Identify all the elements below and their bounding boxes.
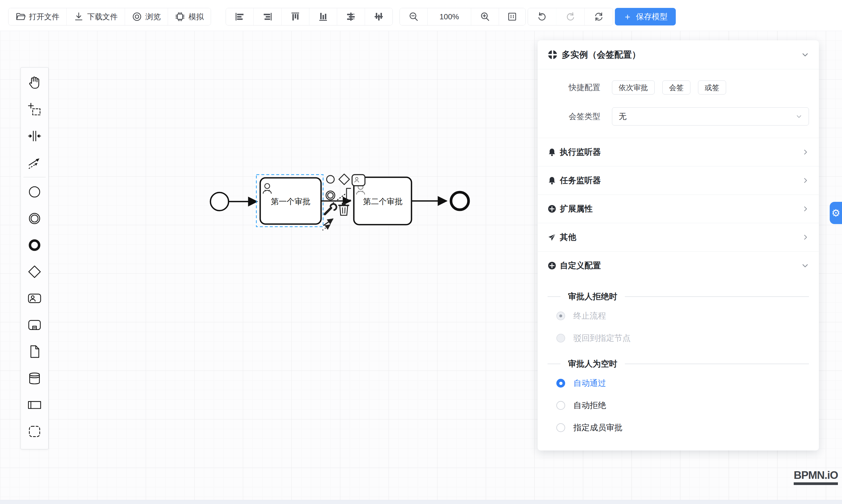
zoom-in-icon [480, 12, 490, 22]
align-right-button[interactable] [253, 8, 281, 25]
preview-label: 浏览 [145, 12, 161, 22]
panel-sections: 执行监听器 任务监听器 扩展属性 其他 自定义配置 [548, 138, 809, 280]
download-file-label: 下载文件 [87, 12, 118, 22]
radio-terminate-process[interactable]: 终止流程 [548, 305, 809, 327]
radio-label: 驳回到指定节点 [573, 332, 631, 344]
palette-separator [23, 177, 46, 177]
participant-icon [27, 397, 42, 412]
distribute-vertical-button[interactable] [365, 8, 392, 25]
undo-button[interactable] [528, 8, 556, 25]
radio-label: 自动通过 [573, 378, 606, 389]
radio-assign-member[interactable]: 指定成员审批 [548, 416, 809, 439]
create-participant[interactable] [22, 391, 47, 418]
properties-panel: 多实例（会签配置） 快捷配置 依次审批 会签 或签 会签类型 无 执行监听器 [538, 40, 819, 450]
open-file-button[interactable]: 打开文件 [8, 8, 67, 25]
bpmn-designer-app: 第一个审批 第二个审批 [0, 0, 842, 504]
quick-orsign-button[interactable]: 或签 [698, 80, 726, 94]
align-bottom-button[interactable] [309, 8, 337, 25]
trash-icon[interactable] [338, 203, 349, 215]
quick-config-label: 快捷配置 [548, 82, 600, 93]
bell-icon [548, 148, 556, 157]
simulate-icon [175, 12, 185, 22]
simulate-button[interactable]: 模拟 [168, 8, 211, 25]
subprocess-icon [27, 318, 42, 332]
create-intermediate-event[interactable] [22, 205, 47, 232]
quick-config-row: 快捷配置 依次审批 会签 或签 [548, 80, 809, 94]
space-tool[interactable] [22, 123, 47, 149]
radio-return-to-node[interactable]: 驳回到指定节点 [548, 327, 809, 349]
hand-tool[interactable] [22, 69, 47, 96]
horizontal-scrollbar[interactable] [0, 500, 842, 504]
radio-auto-pass[interactable]: 自动通过 [548, 372, 809, 394]
preview-icon [132, 12, 142, 22]
align-top-icon [290, 11, 301, 22]
section-custom-config[interactable]: 自定义配置 [538, 251, 819, 280]
data-store-icon [27, 371, 42, 385]
append-end-event-icon[interactable] [327, 176, 334, 183]
align-top-button[interactable] [281, 8, 309, 25]
hand-icon [27, 75, 42, 90]
plus-icon: ＋ [623, 12, 632, 21]
section-label: 扩展属性 [560, 203, 802, 214]
create-end-event[interactable] [22, 232, 47, 258]
start-event[interactable] [210, 193, 229, 211]
create-group[interactable] [22, 418, 47, 445]
quick-sequential-button[interactable]: 依次审批 [612, 80, 655, 94]
group-icon [27, 424, 42, 439]
space-tool-icon [27, 129, 42, 143]
global-connect-tool[interactable] [22, 149, 47, 176]
end-event[interactable] [451, 192, 469, 210]
divider [538, 69, 819, 69]
section-label: 任务监听器 [560, 175, 802, 186]
lasso-tool[interactable] [22, 96, 47, 123]
append-gateway-icon[interactable] [339, 174, 349, 184]
reset-icon [593, 11, 604, 22]
connect-icon [27, 155, 42, 170]
simulate-label: 模拟 [189, 12, 204, 22]
align-right-icon [262, 11, 273, 22]
create-subprocess[interactable] [22, 311, 47, 338]
settings-tab[interactable]: ⚙ [830, 202, 842, 224]
align-bottom-icon [318, 11, 329, 22]
create-start-event[interactable] [22, 178, 47, 205]
start-event-icon [27, 184, 42, 199]
section-other[interactable]: 其他 [538, 223, 819, 251]
section-extended-properties[interactable]: 扩展属性 [538, 195, 819, 223]
distribute-horizontal-button[interactable] [337, 8, 365, 25]
sign-type-select[interactable]: 无 [612, 107, 809, 125]
section-execution-listener[interactable]: 执行监听器 [538, 138, 819, 166]
radio-auto-reject[interactable]: 自动拒绝 [548, 394, 809, 416]
panel-header[interactable]: 多实例（会签配置） [548, 40, 809, 69]
quick-countersign-button[interactable]: 会签 [662, 80, 690, 94]
panel-title: 多实例（会签配置） [562, 49, 801, 61]
zoom-out-button[interactable] [400, 8, 427, 25]
section-task-listener[interactable]: 任务监听器 [538, 166, 819, 195]
zoom-in-button[interactable] [471, 8, 499, 25]
append-user-task-icon[interactable] [352, 175, 365, 186]
wrench-icon[interactable] [325, 204, 337, 214]
empty-title: 审批人为空时 [568, 358, 617, 370]
radio-unselected-icon [556, 423, 565, 432]
fit-viewport-icon [507, 12, 518, 22]
create-data-store[interactable] [22, 365, 47, 391]
align-left-button[interactable] [226, 8, 253, 25]
download-file-button[interactable]: 下载文件 [67, 8, 125, 25]
connect-tool-icon[interactable] [322, 219, 333, 230]
gateway-icon [27, 265, 42, 279]
data-object-icon [27, 344, 42, 359]
gear-icon: ⚙ [831, 207, 840, 219]
fit-viewport-button[interactable] [499, 8, 525, 25]
redo-icon [565, 11, 576, 22]
create-gateway[interactable] [22, 258, 47, 285]
save-model-button[interactable]: ＋ 保存模型 [615, 8, 676, 25]
create-user-task[interactable] [22, 285, 47, 311]
preview-button[interactable]: 浏览 [125, 8, 168, 25]
plus-circle-icon [548, 261, 556, 270]
radio-label: 指定成员审批 [573, 422, 622, 433]
align-button-group [226, 8, 393, 25]
reject-divider: 审批人拒绝时 [548, 288, 809, 305]
redo-button[interactable] [556, 8, 584, 25]
user-task-1[interactable]: 第一个审批 [260, 178, 321, 224]
reset-button[interactable] [584, 8, 613, 25]
create-data-object[interactable] [22, 338, 47, 365]
